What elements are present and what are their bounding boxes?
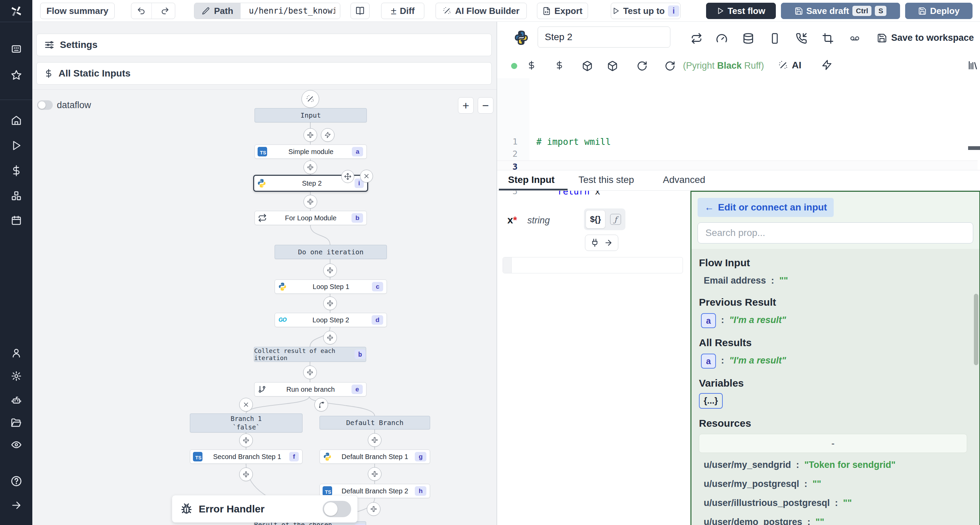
step-a-badge[interactable]: a [701, 313, 716, 328]
tab-test-this-step[interactable]: Test this step [579, 174, 634, 185]
back-to-edit-chip[interactable]: ← Edit or connect an input [698, 198, 834, 217]
node-branch-1[interactable]: Branch 1 `false` [190, 414, 302, 433]
node-run-one-branch[interactable]: Run one branch e [254, 382, 366, 397]
search-prop-input[interactable] [698, 222, 973, 243]
add-step-button[interactable] [323, 331, 337, 344]
add-branch-button[interactable] [314, 398, 328, 411]
package-icon[interactable] [607, 60, 618, 73]
error-handler-toggle[interactable] [323, 501, 351, 517]
diff-button[interactable]: ± Diff [381, 3, 424, 19]
ai-wand-button[interactable] [301, 90, 319, 108]
arrow-right-icon[interactable] [604, 238, 613, 247]
function-mode-button[interactable]: ƒ [608, 210, 624, 228]
node-second-branch-step-1[interactable]: TS Second Branch Step 1 f [190, 449, 302, 464]
database-icon[interactable] [743, 33, 754, 46]
resource-picker-icon[interactable] [555, 60, 564, 72]
node-loop-step-2[interactable]: GO Loop Step 2 d [275, 313, 387, 327]
code-editor[interactable]: 1 2 3 4 5 # import wmill def main(x: str… [497, 78, 980, 170]
zap-icon[interactable] [821, 59, 832, 72]
field-value-input[interactable] [503, 257, 683, 273]
step-a-badge[interactable]: a [701, 354, 716, 369]
node-for-loop-module[interactable]: For Loop Module b [255, 211, 367, 225]
resource-row[interactable]: u/user/my_sendgrid : "Token for sendgrid… [704, 458, 967, 472]
undo-button[interactable] [131, 3, 152, 19]
node-default-branch-step-1[interactable]: Default Branch Step 1 g [320, 449, 430, 464]
remove-branch-button[interactable] [239, 398, 253, 411]
ai-assistant-button[interactable]: AI [778, 60, 801, 71]
tab-advanced[interactable]: Advanced [663, 174, 705, 185]
add-step-button[interactable] [304, 128, 317, 142]
favorites-star-icon[interactable] [0, 70, 32, 81]
runs-icon[interactable] [0, 140, 32, 151]
add-step-button[interactable] [304, 160, 317, 174]
step-name-input[interactable] [538, 27, 670, 48]
add-step-button[interactable] [368, 467, 382, 481]
template-mode-button[interactable]: ${} [585, 210, 605, 228]
add-step-button[interactable] [239, 433, 253, 447]
resources-icon[interactable] [0, 190, 32, 201]
audit-eye-icon[interactable] [0, 439, 32, 450]
connect-panel-scrollbar[interactable] [974, 294, 978, 365]
path-input[interactable] [244, 3, 340, 19]
add-step-button[interactable] [323, 297, 337, 310]
collapse-arrow-icon[interactable] [0, 500, 32, 511]
ai-flow-builder-button[interactable]: AI Flow Builder [436, 3, 527, 19]
deploy-button[interactable]: Deploy [905, 3, 972, 19]
apps-icon[interactable] [0, 43, 32, 54]
resource-row[interactable]: u/user/my_postgresql : "" [704, 477, 967, 491]
crop-icon[interactable] [822, 33, 834, 46]
resource-row[interactable]: u/user/demo_postgres : "" [704, 515, 967, 525]
repeat-icon[interactable] [691, 33, 702, 46]
add-step-button[interactable] [304, 195, 317, 208]
editor-scrollbar-thumb[interactable] [968, 146, 980, 150]
schedules-icon[interactable] [0, 215, 32, 226]
home-icon[interactable] [0, 115, 32, 126]
delete-step-button[interactable] [360, 170, 373, 182]
add-step-button[interactable] [303, 366, 317, 379]
add-trigger-button[interactable] [321, 128, 334, 142]
prop-row-previous-result[interactable]: a : "I'm a result" [701, 313, 967, 328]
resources-filter-box[interactable]: - [699, 434, 967, 453]
zoom-out-button[interactable]: − [478, 97, 493, 114]
docs-button[interactable] [350, 3, 369, 19]
library-icon[interactable] [967, 60, 978, 72]
variables-object-badge[interactable]: {...} [699, 393, 723, 409]
phone-incoming-icon[interactable] [795, 33, 807, 46]
add-step-button[interactable] [367, 502, 380, 516]
tab-step-input[interactable]: Step Input [508, 174, 555, 185]
save-draft-button[interactable]: Save draft Ctrl S [781, 3, 900, 19]
voicemail-icon[interactable] [849, 34, 861, 45]
move-step-button[interactable] [341, 170, 354, 183]
help-icon[interactable] [0, 475, 32, 487]
path-edit-button[interactable]: Path [194, 3, 240, 19]
plug-icon[interactable] [590, 238, 599, 247]
variables-icon[interactable] [0, 165, 32, 176]
add-step-button[interactable] [368, 433, 382, 447]
folders-icon[interactable] [0, 417, 32, 428]
prop-row-all-results[interactable]: a : "I'm a result" [701, 353, 967, 369]
test-up-to-button[interactable]: Test up to i [611, 3, 681, 19]
redo-button[interactable] [155, 3, 175, 19]
gauge-icon[interactable] [716, 33, 727, 46]
package-icon[interactable] [582, 60, 593, 73]
reload-icon[interactable] [665, 60, 675, 73]
save-to-workspace-button[interactable]: Save to workspace [877, 33, 974, 43]
node-loop-step-1[interactable]: Loop Step 1 c [275, 279, 387, 294]
flow-summary-button[interactable]: Flow summary [40, 3, 115, 19]
node-default-branch[interactable]: Default Branch [320, 416, 430, 430]
node-do-one-iteration[interactable]: Do one iteration [275, 245, 387, 259]
users-icon[interactable] [0, 347, 32, 358]
zoom-in-button[interactable]: + [458, 97, 474, 114]
windmill-logo[interactable] [0, 4, 32, 18]
variable-picker-icon[interactable] [527, 60, 536, 72]
test-flow-button[interactable]: Test flow [706, 3, 776, 19]
settings-gear-icon[interactable] [0, 371, 32, 382]
reload-icon[interactable] [637, 60, 648, 73]
add-step-button[interactable] [323, 263, 337, 277]
smartphone-icon[interactable] [769, 33, 781, 46]
node-simple-module[interactable]: TS Simple module a [255, 144, 367, 159]
node-input[interactable]: Input [255, 108, 367, 122]
node-collect-result[interactable]: Collect result of each iteration b [254, 347, 366, 362]
add-step-button[interactable] [239, 468, 253, 481]
workers-robot-icon[interactable] [0, 395, 32, 405]
